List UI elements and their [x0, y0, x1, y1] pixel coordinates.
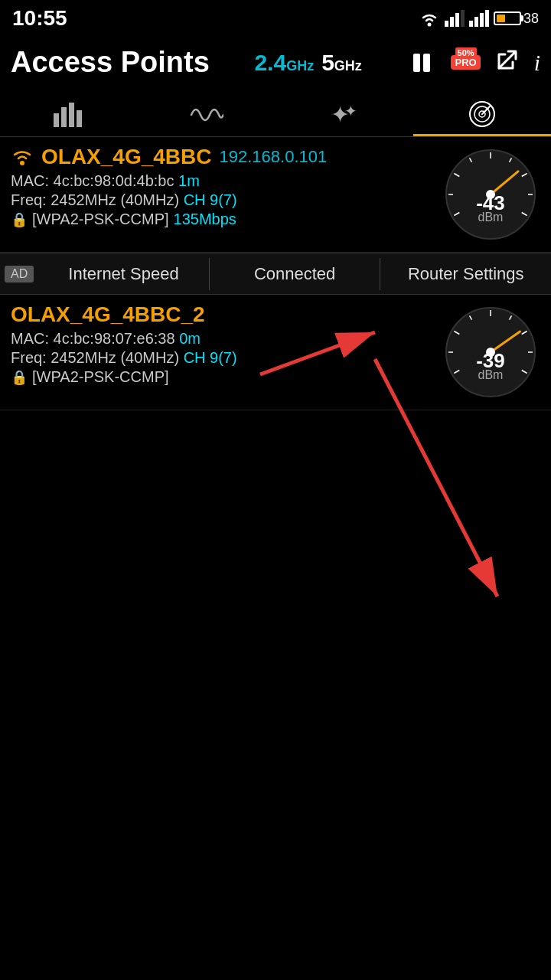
pause-button[interactable]	[406, 47, 437, 78]
signal-bars-2-icon	[469, 10, 489, 27]
bottom-area	[0, 410, 551, 870]
share-icon	[494, 47, 520, 73]
ap-ssid-2: OLAX_4G_4BBC_2	[11, 302, 205, 327]
tab-stars[interactable]: ✦ ✦	[276, 91, 413, 136]
svg-text:✦: ✦	[344, 103, 357, 119]
ap-item-2[interactable]: OLAX_4G_4BBC_2 MAC: 4c:bc:98:07:e6:38 0m…	[0, 295, 551, 410]
router-settings-button[interactable]: Router Settings	[380, 258, 551, 290]
ap-speed-1: 135Mbps	[174, 211, 236, 228]
svg-rect-11	[54, 113, 59, 127]
ap-security-2: 🔒 [WPA2-PSK-CCMP]	[11, 368, 433, 386]
ap-mac-1: MAC: 4c:bc:98:0d:4b:bc 1m	[11, 172, 433, 190]
lock-icon-1: 🔒	[11, 211, 28, 228]
page-title: Access Points	[11, 46, 210, 79]
svg-rect-10	[423, 54, 430, 72]
ap-mac-2: MAC: 4c:bc:98:07:e6:38 0m	[11, 330, 433, 348]
ap-ip-1: 192.168.0.101	[220, 147, 328, 167]
stars-icon: ✦ ✦	[328, 100, 361, 129]
gauge-svg-1: -43 dBm	[441, 145, 540, 244]
ap-freq-2: Freq: 2452MHz (40MHz) CH 9(7)	[11, 349, 433, 367]
ap-list: OLAX_4G_4BBC 192.168.0.101 MAC: 4c:bc:98…	[0, 137, 551, 410]
battery-icon: 38	[494, 11, 539, 27]
toolbar-row: AD Internet Speed Connected Router Setti…	[0, 253, 551, 295]
status-bar: 10:55 38	[0, 0, 551, 34]
tab-wave[interactable]	[138, 91, 276, 136]
svg-point-20	[20, 161, 24, 165]
status-icons: 38	[419, 10, 539, 27]
svg-rect-6	[474, 17, 478, 27]
ap-item-1[interactable]: OLAX_4G_4BBC 192.168.0.101 MAC: 4c:bc:98…	[0, 137, 551, 253]
svg-rect-5	[469, 21, 473, 27]
freq-24ghz-label[interactable]: 2.4GHz	[254, 50, 314, 76]
frequency-selector: 2.4GHz 5GHz	[220, 50, 396, 76]
app-header: Access Points 2.4GHz 5GHz PRO i	[0, 34, 551, 91]
ap-security-1: 🔒 [WPA2-PSK-CCMP] 135Mbps	[11, 211, 433, 228]
svg-rect-1	[445, 21, 448, 27]
internet-speed-button[interactable]: Internet Speed	[38, 258, 210, 290]
svg-rect-9	[413, 54, 420, 72]
signal-bars-icon	[445, 10, 465, 27]
info-button[interactable]: i	[534, 50, 540, 76]
gauge-1: -43 dBm	[441, 145, 540, 244]
svg-rect-12	[61, 107, 67, 127]
svg-text:dBm: dBm	[478, 211, 504, 224]
tab-bar-chart[interactable]	[0, 91, 138, 136]
svg-rect-7	[480, 13, 484, 27]
svg-rect-14	[77, 110, 82, 127]
nav-tabs: ✦ ✦	[0, 91, 551, 137]
pause-icon	[409, 50, 435, 76]
ap-info-1: OLAX_4G_4BBC 192.168.0.101 MAC: 4c:bc:98…	[11, 145, 433, 244]
battery-level: 38	[523, 11, 539, 27]
lock-icon-2: 🔒	[11, 369, 28, 386]
gauge-svg-2: -39 dBm	[441, 302, 540, 402]
ad-label: AD	[5, 266, 34, 283]
tab-radar[interactable]	[413, 91, 551, 136]
share-button[interactable]	[494, 47, 520, 78]
header-actions: PRO i	[406, 47, 540, 78]
svg-rect-8	[485, 10, 489, 27]
svg-point-0	[427, 23, 431, 27]
bar-chart-icon	[52, 100, 86, 129]
svg-rect-3	[455, 13, 459, 27]
svg-text:dBm: dBm	[478, 368, 504, 381]
ap-name-row-1: OLAX_4G_4BBC 192.168.0.101	[11, 145, 433, 169]
connected-button[interactable]: Connected	[210, 258, 381, 290]
status-time: 10:55	[12, 6, 67, 31]
radar-icon	[465, 100, 499, 129]
svg-rect-2	[450, 17, 454, 27]
ap-name-row-2: OLAX_4G_4BBC_2	[11, 302, 433, 327]
gauge-2: -39 dBm	[441, 302, 540, 402]
svg-rect-13	[69, 103, 74, 127]
wifi-icon-1	[11, 147, 34, 167]
ap-ssid-1: OLAX_4G_4BBC	[41, 145, 212, 169]
freq-5ghz-label[interactable]: 5GHz	[321, 50, 362, 76]
pro-badge-button[interactable]: PRO	[451, 55, 480, 70]
wave-icon	[190, 100, 223, 129]
svg-rect-4	[461, 10, 465, 27]
ap-freq-1: Freq: 2452MHz (40MHz) CH 9(7)	[11, 191, 433, 209]
ap-info-2: OLAX_4G_4BBC_2 MAC: 4c:bc:98:07:e6:38 0m…	[11, 302, 433, 402]
wifi-status-icon	[419, 10, 440, 27]
